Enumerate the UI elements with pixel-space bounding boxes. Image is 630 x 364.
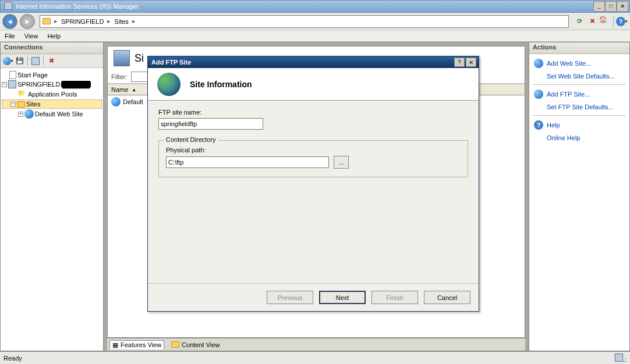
physical-path-input[interactable]	[166, 156, 329, 168]
redacted: ██████	[61, 81, 91, 88]
features-icon: ▦	[112, 341, 118, 349]
sort-icon: ▲	[132, 87, 136, 92]
menu-help[interactable]: Help	[47, 33, 61, 40]
tree-server[interactable]: − SPRINGFIELD ██████	[2, 80, 102, 89]
dialog-titlebar: Add FTP Site ? ✕	[148, 56, 479, 68]
ftp-site-name-input[interactable]	[158, 118, 263, 130]
action-add-web-site[interactable]: Add Web Site...	[533, 56, 626, 70]
divider	[533, 115, 626, 116]
dialog-body: FTP site name: Content Directory Physica…	[148, 101, 479, 283]
home-icon[interactable]: 🏠	[599, 16, 611, 27]
globe-icon	[111, 97, 121, 106]
tab-content-view[interactable]: Content View	[169, 341, 222, 349]
column-name[interactable]: Name	[111, 86, 128, 93]
connections-tree: Start Page − SPRINGFIELD ██████ 📁 Applic…	[1, 68, 103, 122]
action-ftp-defaults[interactable]: Set FTP Site Defaults...	[533, 101, 626, 113]
dialog-close-button[interactable]: ✕	[466, 58, 476, 67]
cancel-button[interactable]: Cancel	[424, 291, 470, 304]
menu-file[interactable]: File	[5, 33, 15, 40]
list-item-label: Default	[123, 98, 143, 105]
dialog-footer: Previous Next Finish Cancel	[148, 283, 479, 311]
add-ftp-site-dialog: Add FTP Site ? ✕ Site Information FTP si…	[147, 56, 479, 312]
breadcrumb-sites[interactable]: Sites	[114, 18, 128, 25]
tree-default-site-label: Default Web Site	[35, 110, 83, 117]
finish-button[interactable]: Finish	[371, 291, 418, 304]
folder-icon	[17, 101, 25, 108]
folder-icon	[171, 341, 179, 348]
previous-button[interactable]: Previous	[267, 291, 313, 304]
forward-button[interactable]: ►	[20, 14, 35, 29]
breadcrumb-server[interactable]: SPRINGFIELD	[61, 18, 104, 25]
fieldset-legend: Content Directory	[164, 136, 218, 143]
nav-bar: ◄ ► ▸ SPRINGFIELD ▸ Sites ▸ ⟳ ✖ 🏠 ?▾	[0, 13, 630, 30]
dialog-title: Add FTP Site	[150, 59, 453, 66]
status-bar: Ready .:	[0, 351, 630, 364]
tree-default-web-site[interactable]: + Default Web Site	[2, 109, 102, 119]
maximize-button[interactable]: □	[605, 1, 617, 12]
refresh-icon[interactable]: ⟳	[574, 16, 585, 27]
connections-header: Connections	[1, 42, 103, 54]
tree-app-pools[interactable]: 📁 Application Pools	[2, 89, 102, 99]
action-ftp-defaults-label: Set FTP Site Defaults...	[547, 104, 614, 110]
page-icon	[9, 71, 16, 79]
app-pools-icon: 📁	[17, 90, 27, 99]
actions-panel: Actions Add Web Site... Set Web Site Def…	[529, 42, 630, 351]
tree-collapse-icon[interactable]: −	[2, 82, 7, 87]
browse-button[interactable]: ...	[334, 156, 349, 169]
connections-panel: Connections ▾ 💾 ✖ Start Page − SPRINGFIE…	[0, 42, 104, 351]
delete-icon[interactable]: ✖	[46, 56, 56, 66]
dialog-help-button[interactable]: ?	[454, 58, 465, 67]
page-title: Si	[135, 52, 144, 65]
help-dropdown-icon[interactable]: ?▾	[616, 16, 628, 27]
tab-content-label: Content View	[182, 341, 220, 348]
tree-expand-icon[interactable]: +	[18, 112, 23, 117]
sites-icon	[114, 50, 130, 66]
action-online-help-label: Online Help	[547, 134, 580, 141]
status-text: Ready	[3, 355, 22, 362]
ftp-site-name-label: FTP site name:	[158, 109, 468, 116]
breadcrumb-sep: ▸	[132, 17, 136, 25]
menu-view[interactable]: View	[24, 33, 38, 40]
connect-icon[interactable]: ▾	[3, 56, 13, 66]
tree-start-page[interactable]: Start Page	[2, 70, 102, 80]
actions-header: Actions	[529, 42, 629, 54]
stop-icon[interactable]: ✖	[586, 16, 598, 27]
action-add-ftp-site[interactable]: Add FTP Site...	[533, 87, 626, 101]
globe-icon	[534, 90, 543, 99]
tree-sites[interactable]: − Sites	[2, 99, 102, 109]
help-icon: ?	[534, 120, 543, 130]
window-titlebar: Internet Information Services (IIS) Mana…	[0, 0, 630, 13]
action-online-help[interactable]: Online Help	[533, 132, 626, 144]
dialog-header: Site Information	[148, 68, 479, 101]
globe-icon	[24, 109, 34, 119]
tab-features-view[interactable]: ▦ Features View	[109, 340, 164, 349]
address-bar[interactable]: ▸ SPRINGFIELD ▸ Sites ▸	[40, 15, 569, 28]
action-help-label: Help	[547, 122, 560, 129]
tree-sites-label: Sites	[26, 101, 40, 108]
physical-path-label: Physical path:	[166, 147, 461, 154]
content-directory-fieldset: Content Directory Physical path: ...	[158, 140, 468, 177]
menu-bar: File View Help	[0, 30, 630, 42]
tree-collapse-icon[interactable]: −	[10, 102, 16, 107]
up-icon[interactable]	[30, 56, 41, 66]
app-icon	[4, 2, 13, 11]
window-title: Internet Information Services (IIS) Mana…	[16, 3, 593, 10]
server-icon	[8, 80, 16, 88]
close-button[interactable]: ✕	[617, 1, 628, 12]
breadcrumb-sep: ▸	[54, 17, 58, 25]
divider	[533, 84, 626, 85]
globe-icon	[534, 59, 543, 68]
view-tabs: ▦ Features View Content View	[107, 338, 525, 351]
action-web-defaults[interactable]: Set Web Site Defaults...	[533, 70, 626, 82]
action-help[interactable]: ? Help	[533, 118, 626, 132]
save-icon[interactable]: 💾	[15, 56, 25, 66]
status-tray-icon: .:	[615, 354, 627, 363]
tree-app-pools-label: Application Pools	[28, 91, 77, 98]
dialog-heading: Site Information	[190, 80, 252, 89]
back-button[interactable]: ◄	[2, 14, 17, 29]
next-button[interactable]: Next	[319, 291, 366, 304]
breadcrumb-sep: ▸	[107, 17, 111, 25]
minimize-button[interactable]: _	[593, 1, 605, 12]
folder-icon	[43, 18, 51, 24]
tab-features-label: Features View	[121, 341, 161, 348]
